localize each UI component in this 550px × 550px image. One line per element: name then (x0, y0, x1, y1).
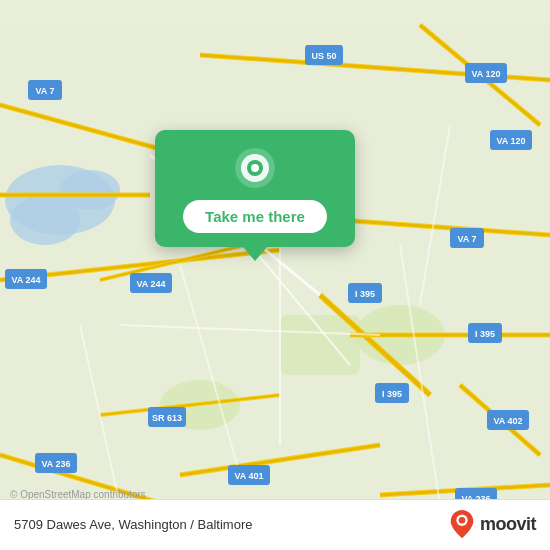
svg-point-3 (60, 170, 120, 210)
svg-text:VA 402: VA 402 (493, 416, 522, 426)
popup-card: Take me there (155, 130, 355, 247)
location-pin-icon (233, 146, 277, 190)
svg-text:I 395: I 395 (355, 289, 375, 299)
svg-point-78 (459, 517, 466, 524)
svg-point-76 (251, 164, 259, 172)
svg-text:I 395: I 395 (475, 329, 495, 339)
map-background: VA 7 US 50 VA 120 VA 120 VA 244 VA 244 V… (0, 0, 550, 550)
svg-text:I 395: I 395 (382, 389, 402, 399)
map-container: VA 7 US 50 VA 120 VA 120 VA 244 VA 244 V… (0, 0, 550, 550)
svg-text:US 50: US 50 (311, 51, 336, 61)
svg-text:VA 120: VA 120 (496, 136, 525, 146)
svg-text:VA 120: VA 120 (471, 69, 500, 79)
svg-text:VA 7: VA 7 (457, 234, 476, 244)
svg-text:VA 236: VA 236 (41, 459, 70, 469)
bottom-bar: 5709 Dawes Ave, Washington / Baltimore m… (0, 499, 550, 550)
moovit-wordmark: moovit (480, 514, 536, 535)
svg-text:SR 613: SR 613 (152, 413, 182, 423)
address-text: 5709 Dawes Ave, Washington / Baltimore (14, 517, 252, 532)
take-me-there-button[interactable]: Take me there (183, 200, 327, 233)
moovit-pin-icon (448, 508, 476, 540)
moovit-logo: moovit (448, 508, 536, 540)
svg-text:VA 401: VA 401 (234, 471, 263, 481)
svg-text:VA 7: VA 7 (35, 86, 54, 96)
svg-text:VA 244: VA 244 (136, 279, 165, 289)
svg-text:VA 244: VA 244 (11, 275, 40, 285)
